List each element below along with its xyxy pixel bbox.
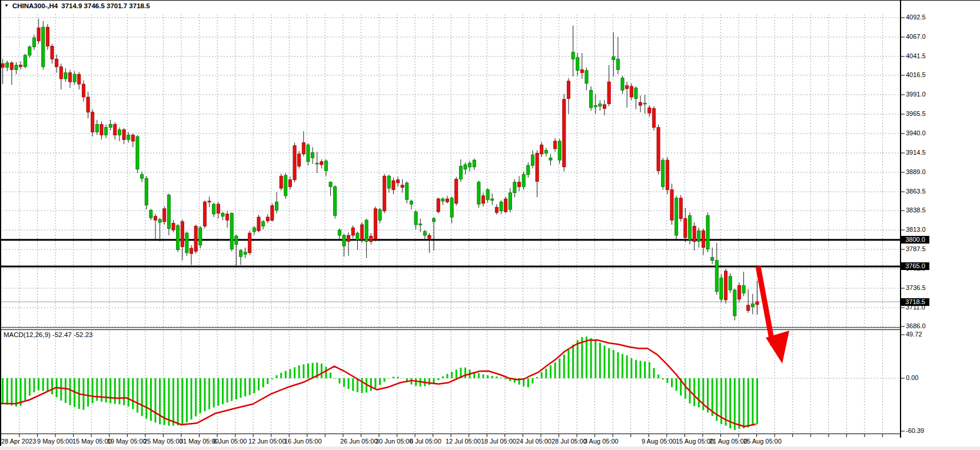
candle-body <box>141 175 144 178</box>
candle-body <box>68 73 71 82</box>
candle-body <box>491 199 494 201</box>
symbol-ohlc-values: 3714.9 3746.5 3701.7 3718.5 <box>61 2 150 9</box>
candle-body <box>742 285 745 293</box>
price-axis-label: 3863.5 <box>906 188 926 195</box>
candle-body <box>580 69 583 72</box>
candle-body <box>32 38 35 46</box>
candle-body <box>662 160 665 186</box>
candle-body <box>217 204 220 213</box>
candle-body <box>576 58 579 71</box>
candle-body <box>118 130 121 135</box>
candle-body <box>298 154 301 166</box>
candle-body <box>406 183 408 199</box>
candle-body <box>262 222 265 226</box>
candle-body <box>553 141 556 149</box>
candle-body <box>347 235 350 241</box>
candle-body <box>711 257 714 260</box>
candle-body <box>509 193 511 209</box>
candle-body <box>473 160 476 167</box>
candle-body <box>104 128 107 135</box>
price-axis-label: 3889.0 <box>906 168 926 175</box>
time-axis-label: 26 Jun 05:00 <box>340 438 378 445</box>
time-axis-label: 15 Aug 05:00 <box>676 438 714 445</box>
candle-body <box>684 219 687 238</box>
price-axis-label: 4041.5 <box>906 52 926 59</box>
macd-axis-label: -60.39 <box>906 427 924 434</box>
candle-body <box>477 182 480 204</box>
candle-body <box>82 84 85 97</box>
candle-body <box>383 176 386 211</box>
candle-body <box>446 199 449 202</box>
price-axis-label: 3940.0 <box>906 129 926 136</box>
candle-body <box>284 175 287 196</box>
candle-body <box>244 252 247 254</box>
candle-body <box>517 182 520 187</box>
candle-body <box>531 155 534 165</box>
candle-body <box>374 209 377 239</box>
price-axis-label: 3686.0 <box>906 322 926 329</box>
candle-body <box>450 198 453 217</box>
price-tag-3800: 3800.0 <box>901 236 929 244</box>
candle-body <box>194 226 197 252</box>
price-axis-label: 3914.5 <box>906 149 926 156</box>
price-axis-label: 3991.0 <box>906 91 926 98</box>
price-axis-label: 3838.5 <box>906 206 926 214</box>
time-axis-label: 9 Aug 05:00 <box>642 438 676 445</box>
candle-body <box>410 201 413 204</box>
candle-body <box>360 225 363 240</box>
candle-body <box>15 65 18 70</box>
candle-body <box>607 82 610 104</box>
candle-body <box>706 215 709 249</box>
candle-body <box>481 196 484 204</box>
candle-body <box>504 199 507 212</box>
candle-body <box>24 55 26 66</box>
candle-body <box>257 217 260 231</box>
candle-body <box>154 216 157 220</box>
candle-body <box>95 124 98 132</box>
time-axis-label: 30 Jun 05:00 <box>376 438 413 445</box>
candle-body <box>464 165 467 169</box>
symbol-ohlc-label: ▼ CHINA300-,H4 3714.9 3746.5 3701.7 3718… <box>4 2 150 9</box>
candle-body <box>365 220 368 241</box>
candle-body <box>59 66 62 79</box>
candle-body <box>370 236 373 241</box>
candle-body <box>648 108 651 113</box>
candle-body <box>729 276 732 290</box>
candle-body <box>720 278 723 299</box>
candle-body <box>549 158 552 160</box>
chart-plot-area[interactable] <box>0 0 980 450</box>
candle-body <box>73 74 76 82</box>
candle-body <box>37 28 40 41</box>
candle-body <box>280 176 283 188</box>
candle-body <box>203 202 206 226</box>
time-axis-label: 6 Jun 05:00 <box>213 438 247 445</box>
candle-body <box>378 209 381 220</box>
down-arrow-shaft[interactable] <box>758 266 773 345</box>
time-axis-label: 21 Aug 05:00 <box>709 438 748 445</box>
price-axis-label: 3736.5 <box>906 284 926 291</box>
candle-body <box>567 81 570 99</box>
candle-body <box>670 190 673 221</box>
candle-body <box>401 185 404 188</box>
time-axis-label: 16 Jun 05:00 <box>284 438 322 445</box>
candle-body <box>311 152 314 158</box>
candle-body <box>302 142 305 154</box>
candle-body <box>221 214 224 216</box>
symbol-dropdown-icon[interactable]: ▼ <box>4 3 9 8</box>
candle-body <box>307 145 310 161</box>
candle-body <box>226 214 229 220</box>
candle-body <box>733 290 736 316</box>
candle-body <box>603 105 606 108</box>
candle-body <box>428 235 431 238</box>
candle-body <box>702 231 705 247</box>
candle-body <box>469 163 471 166</box>
candle-body <box>230 214 233 249</box>
candle-body <box>657 128 660 171</box>
price-tag-3765: 3765.0 <box>901 262 929 270</box>
candle-body <box>455 179 458 203</box>
candle-body <box>275 202 278 210</box>
price-axis-label: 3787.5 <box>906 245 926 252</box>
candle-body <box>91 112 94 132</box>
candle-body <box>356 233 359 240</box>
candle-body <box>122 130 125 140</box>
